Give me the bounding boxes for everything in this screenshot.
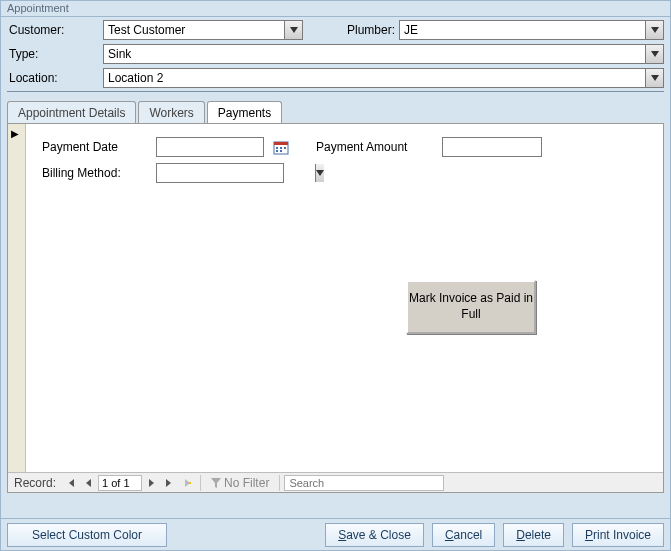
calendar-icon-svg: [273, 139, 289, 155]
billing-method-combo[interactable]: [156, 163, 284, 183]
record-navigation-bar: Record: No Filter: [8, 472, 663, 492]
customer-label: Customer:: [7, 23, 99, 37]
payment-date-label: Payment Date: [42, 140, 150, 154]
cancel-button[interactable]: Cancel: [432, 523, 495, 547]
nav-separator: [279, 475, 280, 491]
tab-appointment-details[interactable]: Appointment Details: [7, 101, 136, 124]
chevron-down-icon: [316, 170, 324, 176]
filter-status[interactable]: No Filter: [205, 476, 275, 490]
record-nav-label: Record:: [8, 476, 62, 490]
type-dropdown-button[interactable]: [645, 45, 663, 63]
customer-input[interactable]: [104, 21, 284, 39]
divider: [7, 91, 664, 92]
svg-rect-2: [276, 147, 278, 149]
record-prev-button[interactable]: [80, 475, 98, 491]
save-close-button[interactable]: Save & Close: [325, 523, 424, 547]
svg-rect-4: [284, 147, 286, 149]
billing-method-dropdown-button[interactable]: [315, 164, 324, 182]
calendar-icon[interactable]: [272, 138, 290, 156]
svg-rect-3: [280, 147, 282, 149]
tab-strip: Appointment Details Workers Payments: [7, 100, 664, 124]
funnel-icon: [211, 478, 221, 488]
svg-rect-6: [280, 150, 282, 152]
tab-workers[interactable]: Workers: [138, 101, 204, 124]
current-record-icon: ▶: [11, 128, 19, 139]
billing-method-label: Billing Method:: [42, 166, 150, 180]
header-form: Customer: Plumber: Type:: [1, 17, 670, 96]
type-input[interactable]: [104, 45, 645, 63]
mark-invoice-paid-button[interactable]: Mark Invoice as Paid in Full: [406, 280, 536, 334]
chevron-down-icon: [290, 27, 298, 33]
chevron-down-icon: [651, 51, 659, 57]
type-combo[interactable]: [103, 44, 664, 64]
record-next-button[interactable]: [142, 475, 160, 491]
print-invoice-button[interactable]: Print Invoice: [572, 523, 664, 547]
payment-amount-input[interactable]: [442, 137, 542, 157]
location-input[interactable]: [104, 69, 645, 87]
plumber-input[interactable]: [400, 21, 645, 39]
window-title: Appointment: [1, 1, 670, 17]
location-label: Location:: [7, 71, 99, 85]
customer-dropdown-button[interactable]: [284, 21, 302, 39]
record-search-input[interactable]: [284, 475, 444, 491]
record-new-button[interactable]: [178, 475, 196, 491]
record-selector[interactable]: ▶: [8, 124, 26, 472]
payment-date-input[interactable]: [156, 137, 264, 157]
location-combo[interactable]: [103, 68, 664, 88]
delete-button[interactable]: Delete: [503, 523, 564, 547]
type-label: Type:: [7, 47, 99, 61]
chevron-down-icon: [651, 75, 659, 81]
record-first-button[interactable]: [62, 475, 80, 491]
tab-body-payments: ▶ Payment Date: [7, 123, 664, 493]
plumber-combo[interactable]: [399, 20, 664, 40]
filter-status-text: No Filter: [224, 476, 269, 490]
payment-amount-label: Payment Amount: [316, 140, 436, 154]
svg-rect-7: [189, 482, 191, 484]
bottom-toolbar: Select Custom Color Save & Close Cancel …: [1, 518, 670, 550]
billing-method-input[interactable]: [157, 164, 315, 182]
svg-rect-5: [276, 150, 278, 152]
record-position-input[interactable]: [98, 475, 142, 491]
record-last-button[interactable]: [160, 475, 178, 491]
location-dropdown-button[interactable]: [645, 69, 663, 87]
chevron-down-icon: [651, 27, 659, 33]
plumber-label: Plumber:: [335, 23, 395, 37]
svg-rect-1: [274, 142, 288, 145]
appointment-window: Appointment Customer: Plumber: Type:: [0, 0, 671, 551]
tab-payments[interactable]: Payments: [207, 101, 282, 125]
nav-separator: [200, 475, 201, 491]
tabs-container: Appointment Details Workers Payments ▶ P…: [1, 96, 670, 499]
customer-combo[interactable]: [103, 20, 303, 40]
select-custom-color-button[interactable]: Select Custom Color: [7, 523, 167, 547]
plumber-dropdown-button[interactable]: [645, 21, 663, 39]
